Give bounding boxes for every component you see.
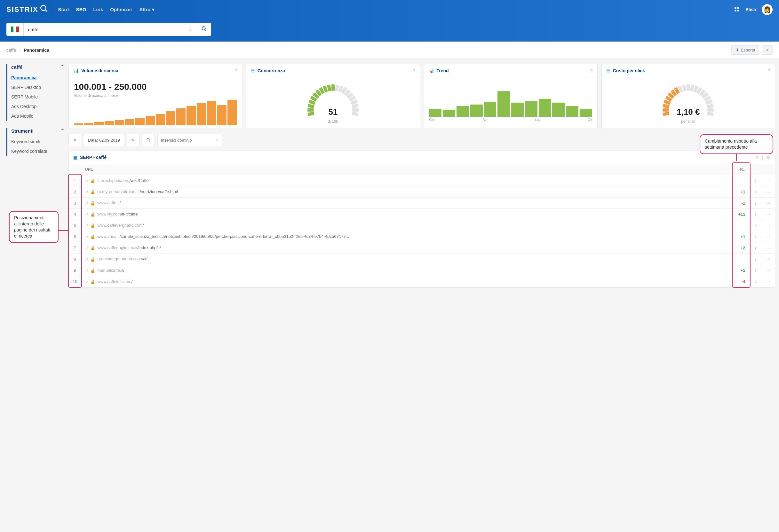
- help-icon[interactable]: ?: [412, 68, 415, 73]
- row-url[interactable]: ↗🔒m.my-personaltrainer.it/nutrizione/caf…: [81, 186, 733, 198]
- row-url[interactable]: ↗🔒www.caffelelli.com/: [81, 276, 733, 287]
- arrow-right-icon[interactable]: →: [762, 175, 775, 186]
- lock-icon: 🔒: [90, 190, 95, 194]
- star-icon[interactable]: ☆: [184, 26, 197, 33]
- sidebar-group-tools[interactable]: Strumenti ⌃: [11, 128, 65, 134]
- sidebar-item-keyword-simili[interactable]: Keyword simili: [11, 137, 65, 146]
- arrow-right-icon[interactable]: →: [762, 265, 775, 276]
- table-row: 1↗🔒it.m.wikipedia.org/wiki/Caffè⫰→: [69, 175, 775, 186]
- arrow-right-icon[interactable]: →: [762, 198, 775, 209]
- nav-seo[interactable]: SEO: [76, 7, 86, 12]
- external-link-icon[interactable]: ↗: [85, 190, 88, 194]
- chart-icon[interactable]: ⫰: [749, 220, 762, 231]
- date-filter[interactable]: Data: 02.09.2019: [84, 134, 124, 146]
- external-link-icon[interactable]: ↗: [85, 201, 88, 206]
- domain-input[interactable]: [158, 138, 212, 143]
- external-link-icon[interactable]: ↗: [85, 179, 88, 183]
- search-input[interactable]: [24, 23, 184, 36]
- gear-icon[interactable]: ⚙: [766, 155, 770, 160]
- row-position: 5: [69, 220, 81, 231]
- row-position: 2: [69, 186, 81, 198]
- card-cpc-title: Costo per click: [613, 68, 645, 73]
- sidebar-item-ads-desktop[interactable]: Ads Desktop: [11, 102, 65, 111]
- row-url[interactable]: ↗🔒www.caffevergnano.com/: [81, 220, 733, 231]
- sidebar-item-ads-mobile[interactable]: Ads Mobile: [11, 111, 65, 121]
- arrow-right-icon[interactable]: →: [762, 276, 775, 287]
- chart-icon[interactable]: ⫰: [749, 265, 762, 276]
- external-link-icon[interactable]: ↗: [85, 212, 88, 217]
- help-icon[interactable]: ?: [590, 68, 593, 73]
- search-icon[interactable]: [197, 26, 211, 33]
- apps-icon[interactable]: [734, 6, 740, 13]
- breadcrumb-root[interactable]: caffé: [6, 48, 16, 53]
- card-competition-title: Concorrenza: [257, 68, 285, 73]
- svg-rect-2: [735, 7, 736, 9]
- export-button[interactable]: ⬇ Esporta: [731, 46, 760, 55]
- arrow-right-icon[interactable]: →: [762, 186, 775, 198]
- check-icon[interactable]: ✓: [212, 138, 222, 143]
- main-nav: StartSEOLinkOptimizerAltro ▾: [58, 7, 155, 12]
- search-icon[interactable]: [142, 134, 155, 146]
- help-icon[interactable]: ?: [756, 155, 759, 160]
- arrow-right-icon[interactable]: →: [762, 254, 775, 265]
- svg-line-9: [149, 141, 150, 142]
- list-icon: ☰: [606, 68, 610, 73]
- row-url[interactable]: ↗🔒grancaffegambrinus.com/it/: [81, 254, 733, 265]
- chart-icon[interactable]: ⫰: [749, 254, 762, 265]
- chart-icon[interactable]: ⫰: [749, 186, 762, 198]
- nav-start[interactable]: Start: [58, 7, 69, 12]
- chart-icon[interactable]: ⫰: [749, 242, 762, 254]
- logo[interactable]: SISTRIX: [6, 4, 49, 15]
- avatar[interactable]: 👩: [762, 4, 773, 15]
- lock-icon: 🔒: [90, 212, 95, 217]
- country-flag-it[interactable]: [6, 23, 24, 36]
- col-url: URL: [81, 164, 733, 175]
- nav-altro[interactable]: Altro ▾: [139, 7, 154, 12]
- row-position: 8: [69, 254, 81, 265]
- chart-icon[interactable]: ⫰: [749, 231, 762, 242]
- row-url[interactable]: ↗🔒www.caffe.it/: [81, 198, 733, 209]
- sidebar-item-panoramica[interactable]: Panoramica: [11, 73, 65, 82]
- row-change: +1: [733, 186, 749, 198]
- help-icon[interactable]: ?: [235, 68, 238, 73]
- external-link-icon[interactable]: ↗: [85, 279, 88, 284]
- row-position: 6: [69, 231, 81, 242]
- row-url[interactable]: ↗🔒it.m.wikipedia.org/wiki/Caffè: [81, 175, 733, 186]
- external-link-icon[interactable]: ↗: [85, 223, 88, 228]
- grid-icon: ▦: [73, 155, 77, 160]
- external-link-icon[interactable]: ↗: [85, 246, 88, 250]
- user-name[interactable]: Elisa: [745, 7, 756, 12]
- external-link-icon[interactable]: ↗: [85, 235, 88, 239]
- arrow-right-icon[interactable]: →: [762, 220, 775, 231]
- sidebar-group-keyword[interactable]: caffé ⌃: [11, 64, 65, 70]
- lock-icon: 🔒: [90, 201, 95, 206]
- volume-value: 100.001 - 250.000: [74, 82, 237, 92]
- row-url[interactable]: ↗🔒manuelcaffe.it/: [81, 265, 733, 276]
- external-link-icon[interactable]: ↗: [85, 257, 88, 262]
- arrow-right-icon[interactable]: →: [762, 231, 775, 242]
- nav-link[interactable]: Link: [93, 7, 103, 12]
- filter-icon[interactable]: ▾: [68, 134, 81, 146]
- row-url[interactable]: ↗🔒www.caffeguglielmo.it/index.php/it/: [81, 242, 733, 254]
- row-url[interactable]: ↗🔒www.ansa.it/canale_scienza_tecnica/not…: [81, 231, 733, 242]
- arrow-right-icon[interactable]: →: [762, 242, 775, 254]
- edit-icon[interactable]: ✎: [127, 134, 139, 146]
- sidebar-item-keyword-correlate[interactable]: Keyword correlate: [11, 146, 65, 156]
- cpc-value: 1,10 €: [602, 107, 775, 117]
- external-link-icon[interactable]: ↗: [85, 268, 88, 273]
- volume-subtitle: Volume di ricerca al mese: [74, 93, 237, 98]
- card-volume-title: Volume di ricerca: [81, 68, 118, 73]
- svg-line-7: [205, 29, 206, 31]
- sidebar-item-serp-desktop[interactable]: SERP Desktop: [11, 82, 65, 92]
- chart-icon[interactable]: ⫰: [749, 209, 762, 220]
- sidebar-item-serp-mobile[interactable]: SERP Mobile: [11, 92, 65, 102]
- nav-optimizer[interactable]: Optimizer: [110, 7, 132, 12]
- competition-value: 51: [246, 107, 419, 117]
- row-url[interactable]: ↗🔒www.illy.com/it-it/caffe: [81, 209, 733, 220]
- chart-icon[interactable]: ⫰: [749, 175, 762, 186]
- help-icon[interactable]: ?: [768, 68, 770, 73]
- arrow-right-icon[interactable]: →: [762, 209, 775, 220]
- chart-icon[interactable]: ⫰: [749, 276, 762, 287]
- chart-icon[interactable]: ⫰: [749, 198, 762, 209]
- share-button[interactable]: <: [762, 46, 773, 55]
